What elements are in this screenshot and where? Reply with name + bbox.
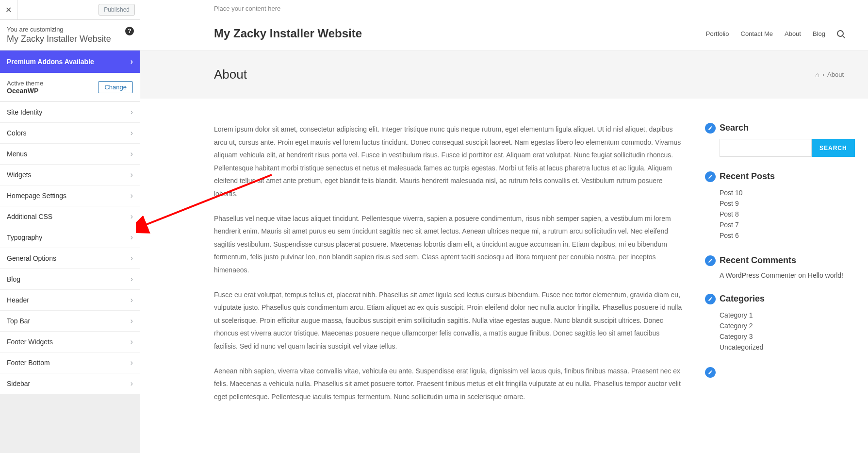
comment-entry: A WordPress Commenter on Hello world!	[720, 271, 844, 279]
customizing-label: You are customizing	[7, 26, 133, 33]
chevron-right-icon: ›	[131, 170, 133, 179]
widget-title: Recent Posts	[720, 171, 844, 182]
site-title[interactable]: My Zacky Installer Website	[214, 27, 362, 40]
widget-title: Categories	[720, 294, 844, 304]
main-content: Lorem ipsum dolor sit amet, consectetur …	[214, 123, 684, 415]
list-item[interactable]: Post 9	[720, 198, 844, 209]
menu-item-footer-bottom[interactable]: Footer Bottom›	[0, 352, 140, 373]
nav-link-portfolio[interactable]: Portfolio	[706, 30, 729, 37]
close-button[interactable]: ✕	[0, 0, 17, 19]
premium-label: Premium Addons Available	[7, 58, 94, 66]
menu-item-homepage-settings[interactable]: Homepage Settings›	[0, 185, 140, 206]
widget-title: Search	[720, 123, 844, 133]
list-item[interactable]: Category 1	[720, 310, 844, 320]
chevron-right-icon: ›	[131, 379, 133, 388]
active-theme-block: Active theme OceanWP Change	[0, 73, 140, 102]
menu-item-header[interactable]: Header›	[0, 290, 140, 311]
menu-item-top-bar[interactable]: Top Bar›	[0, 311, 140, 332]
active-theme-label: Active theme	[7, 80, 43, 87]
edit-widget-icon[interactable]	[705, 171, 716, 182]
menu-item-menus[interactable]: Menus›	[0, 144, 140, 165]
preview-pane: Place your content here My Zacky Install…	[140, 0, 868, 453]
nav-link-blog[interactable]: Blog	[813, 30, 825, 37]
sidebar-widgets: Search SEARCH Recent Posts Post 10 Post …	[708, 123, 844, 415]
chevron-right-icon: ›	[131, 275, 133, 284]
premium-addons-banner[interactable]: Premium Addons Available ›	[0, 50, 140, 73]
list-item[interactable]: Post 7	[720, 219, 844, 230]
chevron-right-icon: ›	[131, 191, 133, 200]
sidebar-top-bar: ✕ Published	[0, 0, 140, 20]
list-item[interactable]: Category 2	[720, 320, 844, 331]
page-title: About	[214, 67, 247, 82]
recent-comments-widget: Recent Comments A WordPress Commenter on…	[708, 255, 844, 279]
chevron-right-icon: ›	[131, 233, 133, 242]
content-paragraph: Lorem ipsum dolor sit amet, consectetur …	[214, 123, 684, 201]
menu-item-additional-css[interactable]: Additional CSS›	[0, 206, 140, 227]
list-item[interactable]: Category 3	[720, 331, 844, 342]
menu-item-general-options[interactable]: General Options›	[0, 248, 140, 269]
menu-item-site-identity[interactable]: Site Identity›	[0, 102, 140, 123]
customizer-menu: Site Identity› Colors› Menus› Widgets› H…	[0, 102, 140, 394]
chevron-right-icon: ›	[131, 337, 133, 346]
chevron-right-icon: ›	[131, 129, 133, 137]
customizer-sidebar: ✕ Published You are customizing My Zacky…	[0, 0, 140, 453]
menu-item-blog[interactable]: Blog›	[0, 269, 140, 290]
breadcrumb-current: About	[827, 71, 844, 78]
chevron-right-icon: ›	[131, 358, 133, 367]
chevron-right-icon: ›	[131, 212, 133, 221]
edit-widget-icon[interactable]	[705, 255, 716, 266]
theme-name: OceanWP	[7, 87, 43, 95]
list-item[interactable]: Uncategorized	[720, 342, 844, 352]
chevron-right-icon: ›	[131, 108, 133, 117]
search-widget: Search SEARCH	[708, 123, 844, 157]
content-area: Lorem ipsum dolor sit amet, consectetur …	[140, 99, 868, 429]
content-paragraph: Aenean nibh sapien, viverra vitae conval…	[214, 365, 684, 403]
search-button[interactable]: SEARCH	[812, 139, 855, 157]
chevron-right-icon: ›	[131, 57, 133, 66]
edit-widget-icon[interactable]	[705, 294, 716, 304]
comment-post-link[interactable]: Hello world!	[808, 271, 843, 279]
list-item[interactable]: Post 10	[720, 187, 844, 198]
customizing-header: You are customizing My Zacky Installer W…	[0, 20, 140, 50]
search-input[interactable]	[720, 139, 812, 157]
help-icon[interactable]: ?	[125, 27, 134, 35]
comment-author-link[interactable]: A WordPress Commenter	[720, 271, 796, 279]
home-icon[interactable]: ⌂	[815, 71, 819, 79]
customizing-site-title: My Zacky Installer Website	[7, 34, 133, 44]
menu-item-widgets[interactable]: Widgets›	[0, 165, 140, 185]
nav-link-about[interactable]: About	[785, 30, 801, 37]
chevron-right-icon: ›	[131, 296, 133, 304]
categories-widget: Categories Category 1 Category 2 Categor…	[708, 294, 844, 352]
recent-posts-widget: Recent Posts Post 10 Post 9 Post 8 Post …	[708, 171, 844, 241]
edit-widget-icon[interactable]	[705, 123, 716, 134]
list-item[interactable]: Post 8	[720, 209, 844, 219]
page-title-bar: About ⌂ › About	[140, 50, 868, 99]
content-paragraph: Fusce eu erat volutpat, tempus tellus et…	[214, 288, 684, 353]
edit-widget-icon[interactable]	[705, 367, 716, 378]
search-icon[interactable]	[837, 30, 844, 37]
site-header: My Zacky Installer Website Portfolio Con…	[140, 17, 868, 50]
breadcrumb: ⌂ › About	[815, 71, 844, 79]
published-button[interactable]: Published	[98, 4, 135, 16]
nav-link-contact[interactable]: Contact Me	[741, 30, 773, 37]
menu-item-typography[interactable]: Typography›	[0, 227, 140, 248]
placeholder-bar: Place your content here	[140, 0, 868, 17]
chevron-right-icon: ›	[131, 150, 133, 158]
menu-item-sidebar[interactable]: Sidebar›	[0, 373, 140, 394]
list-item[interactable]: Post 6	[720, 230, 844, 241]
menu-item-colors[interactable]: Colors›	[0, 123, 140, 144]
chevron-right-icon: ›	[131, 317, 133, 325]
content-paragraph: Phasellus vel neque vitae lacus aliquet …	[214, 212, 684, 277]
menu-item-footer-widgets[interactable]: Footer Widgets›	[0, 332, 140, 352]
chevron-right-icon: ›	[131, 254, 133, 263]
change-theme-button[interactable]: Change	[98, 81, 133, 93]
widget-title: Recent Comments	[720, 255, 844, 266]
main-nav: Portfolio Contact Me About Blog	[706, 30, 844, 37]
